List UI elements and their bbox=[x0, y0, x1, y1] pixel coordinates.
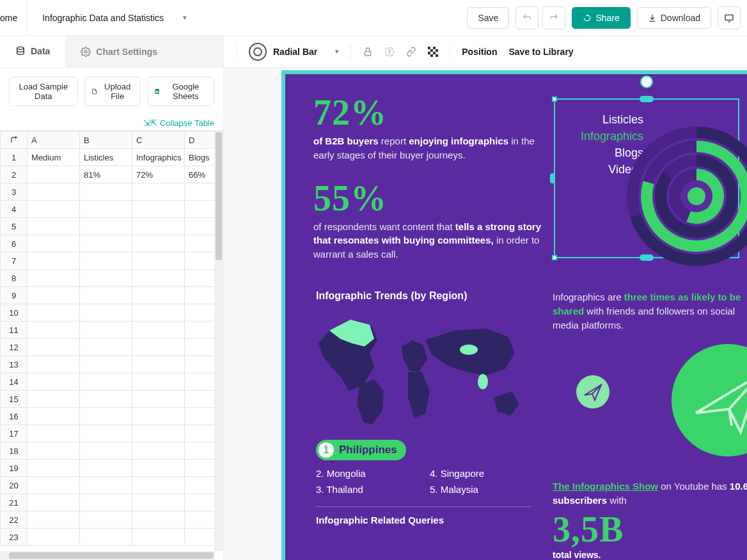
cell[interactable] bbox=[132, 511, 185, 529]
cell[interactable] bbox=[132, 408, 185, 425]
cell[interactable] bbox=[80, 442, 132, 460]
cell[interactable] bbox=[132, 373, 185, 391]
cell[interactable] bbox=[132, 425, 185, 442]
save-button[interactable]: Save bbox=[467, 7, 509, 29]
upload-file-button[interactable]: Upload File bbox=[84, 77, 141, 106]
cell[interactable] bbox=[132, 339, 185, 356]
cell[interactable] bbox=[28, 270, 80, 287]
transparency-icon[interactable] bbox=[428, 47, 438, 57]
cell[interactable] bbox=[132, 529, 185, 546]
rotate-handle[interactable] bbox=[640, 75, 653, 88]
cell[interactable] bbox=[28, 442, 80, 460]
accessibility-icon[interactable] bbox=[384, 47, 395, 57]
cell[interactable] bbox=[80, 477, 132, 494]
tab-chart-settings[interactable]: Chart Settings bbox=[65, 36, 223, 67]
cell[interactable] bbox=[132, 183, 185, 201]
present-button[interactable] bbox=[718, 6, 741, 29]
cell[interactable] bbox=[28, 511, 80, 529]
cell[interactable] bbox=[132, 201, 185, 218]
resize-handle-bl[interactable] bbox=[552, 255, 557, 260]
spreadsheet[interactable]: ABCD1MediumListiclesInfographicsBlogs281… bbox=[0, 130, 223, 560]
cell[interactable] bbox=[28, 425, 80, 442]
cell[interactable] bbox=[28, 391, 80, 408]
cell[interactable] bbox=[28, 322, 80, 339]
resize-handle-l[interactable] bbox=[550, 173, 555, 183]
cell[interactable] bbox=[132, 235, 185, 253]
canvas-area[interactable]: 72% of B2B buyers report enjoying infogr… bbox=[224, 68, 747, 560]
cell[interactable] bbox=[80, 270, 132, 287]
cell[interactable] bbox=[132, 477, 185, 494]
cell[interactable] bbox=[132, 270, 185, 287]
resize-handle-tl[interactable] bbox=[552, 97, 557, 102]
cell[interactable] bbox=[28, 373, 80, 391]
cell[interactable] bbox=[80, 235, 132, 253]
cell[interactable]: Medium bbox=[28, 149, 80, 166]
cell[interactable] bbox=[80, 287, 132, 304]
cell[interactable] bbox=[28, 183, 80, 201]
redo-button[interactable] bbox=[542, 6, 565, 29]
cell[interactable] bbox=[28, 339, 80, 356]
cell[interactable] bbox=[28, 460, 80, 477]
sheet-table[interactable]: ABCD1MediumListiclesInfographicsBlogs281… bbox=[0, 131, 223, 546]
horizontal-scrollbar[interactable] bbox=[0, 551, 214, 560]
cell[interactable] bbox=[80, 391, 132, 408]
load-sample-button[interactable]: Load Sample Data bbox=[9, 77, 78, 106]
cell[interactable] bbox=[132, 304, 185, 322]
cell[interactable] bbox=[132, 218, 185, 235]
cell[interactable] bbox=[132, 253, 185, 270]
undo-button[interactable] bbox=[515, 6, 539, 29]
link-icon[interactable] bbox=[406, 47, 416, 57]
position-button[interactable]: Position bbox=[462, 47, 497, 57]
cell[interactable] bbox=[132, 287, 185, 304]
vertical-scrollbar[interactable] bbox=[214, 131, 223, 551]
cell[interactable] bbox=[28, 494, 80, 511]
cell[interactable] bbox=[80, 529, 132, 546]
cell[interactable] bbox=[80, 183, 132, 201]
cell[interactable] bbox=[132, 356, 185, 373]
cell[interactable] bbox=[80, 356, 132, 373]
cell[interactable] bbox=[28, 201, 80, 218]
radial-chart-selection[interactable]: Listicles Infographics Blogs Videos bbox=[554, 98, 739, 258]
youtube-link[interactable]: The Infographics Show bbox=[553, 481, 658, 492]
home-link[interactable]: ome bbox=[0, 0, 27, 35]
cell[interactable] bbox=[80, 408, 132, 425]
cell[interactable] bbox=[80, 425, 132, 442]
cell[interactable] bbox=[80, 339, 132, 356]
cell[interactable] bbox=[80, 304, 132, 322]
cell[interactable] bbox=[132, 460, 185, 477]
cell[interactable] bbox=[80, 253, 132, 270]
cell[interactable] bbox=[28, 287, 80, 304]
cell[interactable] bbox=[28, 477, 80, 494]
cell[interactable] bbox=[28, 235, 80, 253]
document-title[interactable]: Infographic Data and Statistics ▾ bbox=[27, 13, 202, 23]
cell[interactable] bbox=[132, 494, 185, 511]
collapse-table-link[interactable]: ⇲⇱ Collapse Table bbox=[143, 118, 214, 128]
download-button[interactable]: Download bbox=[637, 7, 711, 29]
cell[interactable] bbox=[28, 356, 80, 373]
lock-icon[interactable] bbox=[363, 47, 373, 57]
cell[interactable] bbox=[28, 166, 80, 183]
tab-data[interactable]: Data bbox=[0, 36, 65, 67]
cell[interactable] bbox=[80, 201, 132, 218]
cell[interactable] bbox=[28, 218, 80, 235]
cell[interactable] bbox=[28, 253, 80, 270]
horizontal-scrollbar-thumb[interactable] bbox=[9, 552, 214, 559]
cell[interactable]: Listicles bbox=[80, 149, 132, 166]
share-button[interactable]: Share bbox=[572, 7, 630, 29]
cell[interactable] bbox=[80, 494, 132, 511]
cell[interactable] bbox=[80, 218, 132, 235]
cell[interactable] bbox=[132, 322, 185, 339]
canvas-document[interactable]: 72% of B2B buyers report enjoying infogr… bbox=[281, 70, 747, 560]
resize-handle-t[interactable] bbox=[640, 96, 654, 102]
cell[interactable] bbox=[80, 373, 132, 391]
cell[interactable] bbox=[80, 460, 132, 477]
cell[interactable]: Infographics bbox=[132, 149, 185, 166]
cell[interactable]: 72% bbox=[132, 166, 185, 183]
chevron-down-icon[interactable]: ▾ bbox=[183, 13, 187, 22]
cell[interactable] bbox=[80, 322, 132, 339]
chart-type-select[interactable]: Radial Bar ▾ bbox=[249, 43, 339, 61]
google-sheets-button[interactable]: Google Sheets bbox=[147, 77, 214, 106]
save-to-library-button[interactable]: Save to Library bbox=[508, 47, 573, 57]
cell[interactable] bbox=[28, 408, 80, 425]
cell[interactable] bbox=[132, 391, 185, 408]
